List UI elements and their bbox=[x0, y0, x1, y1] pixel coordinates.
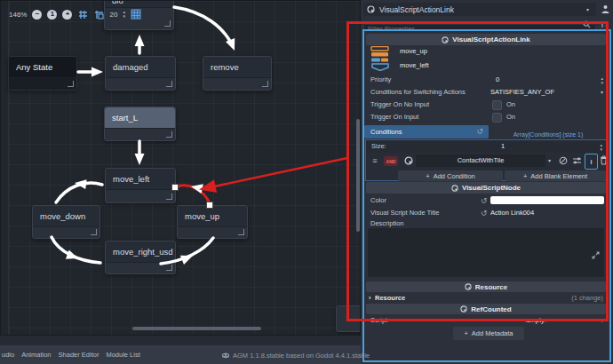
class-icon bbox=[460, 305, 467, 313]
action-link-icon bbox=[370, 46, 391, 71]
color-swatch[interactable] bbox=[490, 196, 604, 204]
add-condition-button[interactable]: +Add Condition bbox=[398, 170, 503, 181]
graph-toolbar: 146% − 1 + 20 ▴▾ bbox=[9, 7, 141, 21]
state-node-damaged[interactable]: damaged bbox=[105, 56, 176, 91]
tab-audio-partial[interactable]: udio bbox=[2, 351, 14, 359]
description-textarea[interactable] bbox=[368, 228, 604, 277]
condition-resource-dropdown[interactable]: ContactWithTile bbox=[416, 154, 545, 167]
trigger-no-input-checkbox[interactable] bbox=[492, 100, 502, 110]
state-node-title: Any State bbox=[9, 57, 76, 78]
revert-icon[interactable]: ↺ bbox=[481, 195, 488, 206]
zoom-in-button[interactable]: + bbox=[62, 10, 72, 20]
state-node-remove[interactable]: remove bbox=[203, 56, 272, 91]
delete-icon[interactable] bbox=[598, 154, 609, 166]
section-header-action-link[interactable]: VisualScriptActionLink bbox=[366, 34, 606, 45]
godot-logo-icon bbox=[221, 351, 230, 360]
conditions-property-selected[interactable]: Conditions ↺ bbox=[364, 125, 489, 138]
graph-vertical-scrollbar[interactable] bbox=[356, 119, 360, 232]
object-tools-icon[interactable] bbox=[600, 4, 611, 15]
object-picker-value: VisualScriptActionLink bbox=[379, 5, 454, 14]
snap-step-value[interactable]: 20 bbox=[109, 11, 117, 19]
bottom-panel-bar: udio Animation Shader Editor Module List… bbox=[0, 344, 361, 364]
state-node-title: remove bbox=[203, 57, 271, 78]
tab-shader-editor[interactable]: Shader Editor bbox=[59, 351, 100, 359]
state-node-body bbox=[106, 263, 175, 273]
graph-grid bbox=[8, 1, 360, 335]
state-node-partial[interactable] bbox=[336, 305, 361, 332]
add-blank-element-button[interactable]: +Add Blank Element bbox=[505, 170, 606, 181]
disable-icon[interactable] bbox=[558, 155, 569, 166]
state-node-any-state[interactable]: Any State bbox=[8, 56, 77, 91]
state-node-move-right-usd[interactable]: move_right_usd bbox=[105, 241, 176, 274]
checkbox-label: On bbox=[506, 111, 515, 123]
resource-fold-row[interactable]: › Resource (1 change) bbox=[364, 293, 608, 303]
script-value-dropdown[interactable]: <empty> bbox=[522, 315, 548, 326]
state-node-body bbox=[106, 78, 175, 90]
object-icon bbox=[403, 155, 414, 166]
resize-grip-icon[interactable] bbox=[166, 131, 172, 138]
filter-properties-row bbox=[363, 19, 596, 29]
section-header-refcounted[interactable]: RefCounted bbox=[366, 304, 606, 314]
graph-horizontal-scrollbar[interactable] bbox=[132, 327, 261, 330]
condition-element-row: ≡ AND ContactWithTile ▾ i bbox=[366, 153, 606, 170]
state-node-move-left[interactable]: move_left bbox=[105, 168, 176, 203]
chevron-down-icon: ▾ bbox=[586, 4, 589, 16]
property-row-priority: Priority 0 ▴▾ bbox=[364, 74, 608, 86]
state-node-title: move_left bbox=[106, 169, 175, 190]
snap-guides-icon[interactable] bbox=[93, 9, 104, 20]
state-machine-graph[interactable]: dio Any State damaged remove start_L mov… bbox=[0, 0, 361, 336]
zoom-level-label: 146% bbox=[9, 11, 27, 19]
resize-grip-icon[interactable] bbox=[262, 81, 268, 87]
tab-module-list[interactable]: Module List bbox=[106, 351, 139, 359]
resize-grip-icon[interactable] bbox=[238, 229, 244, 235]
expand-icon[interactable] bbox=[592, 251, 600, 259]
resize-grip-icon[interactable] bbox=[166, 194, 172, 200]
resize-grip-icon[interactable] bbox=[164, 20, 171, 27]
version-label: AGM 1.1.8.stable based on Godot 4.4.1.st… bbox=[233, 345, 370, 364]
state-node-body bbox=[33, 227, 100, 238]
property-row-trigger-input: Trigger On Input On bbox=[364, 111, 608, 123]
grid-toggle-icon[interactable] bbox=[131, 9, 141, 20]
drag-handle-icon[interactable]: ≡ bbox=[370, 155, 380, 166]
trigger-input-checkbox[interactable] bbox=[492, 113, 502, 123]
add-metadata-button[interactable]: +Add Metadata bbox=[453, 327, 524, 340]
resize-grip-icon[interactable] bbox=[91, 229, 97, 235]
state-node-move-down[interactable]: move_down bbox=[32, 205, 100, 239]
state-node-title: move_down bbox=[33, 206, 100, 227]
state-node-body bbox=[9, 78, 76, 90]
array-size-value[interactable]: 1 bbox=[501, 140, 505, 153]
and-operator-badge[interactable]: AND bbox=[384, 156, 398, 166]
state-node-start-l[interactable]: start_L bbox=[104, 107, 176, 141]
priority-value[interactable]: 0 bbox=[496, 74, 499, 86]
extra-options-icon[interactable] bbox=[571, 155, 582, 166]
filter-options-icon[interactable] bbox=[600, 20, 609, 29]
state-node-title: move_right_usd bbox=[106, 241, 175, 263]
zoom-out-button[interactable]: − bbox=[32, 10, 42, 20]
class-icon bbox=[442, 36, 449, 44]
priority-spinner[interactable]: ▴▾ bbox=[601, 76, 603, 85]
zoom-reset-button[interactable]: 1 bbox=[47, 10, 57, 20]
resize-grip-icon[interactable] bbox=[166, 81, 172, 87]
info-button[interactable]: i bbox=[585, 154, 598, 170]
state-node-move-up[interactable]: move_up bbox=[177, 205, 248, 239]
state-node-body bbox=[105, 129, 175, 140]
section-header-script-node[interactable]: VisualScriptNode bbox=[366, 182, 606, 194]
state-node-body bbox=[203, 78, 271, 90]
object-icon bbox=[367, 5, 375, 13]
snap-step-spinner[interactable]: ▴▾ bbox=[123, 10, 125, 19]
conditions-array-link[interactable]: Array[Conditions] (size 1) bbox=[489, 125, 608, 138]
chevron-down-icon: ▾ bbox=[548, 154, 551, 167]
from-state-label: move_up bbox=[400, 47, 427, 55]
state-node-title: move_up bbox=[178, 206, 247, 227]
section-header-resource[interactable]: Resource bbox=[366, 281, 606, 292]
snap-grid-icon[interactable] bbox=[77, 9, 88, 20]
resize-grip-icon[interactable] bbox=[166, 265, 172, 271]
tab-animation[interactable]: Animation bbox=[21, 351, 51, 359]
fold-arrow-icon: › bbox=[369, 293, 371, 303]
revert-icon[interactable]: ↺ bbox=[476, 126, 483, 137]
resize-grip-icon[interactable] bbox=[68, 81, 74, 87]
object-picker-dropdown[interactable]: VisualScriptActionLink ▾ bbox=[363, 3, 596, 16]
switch-conditions-dropdown[interactable]: SATISFIES_ANY_OF bbox=[490, 86, 554, 99]
array-size-spinner[interactable]: ▴▾ bbox=[600, 143, 602, 152]
search-icon bbox=[583, 20, 591, 28]
